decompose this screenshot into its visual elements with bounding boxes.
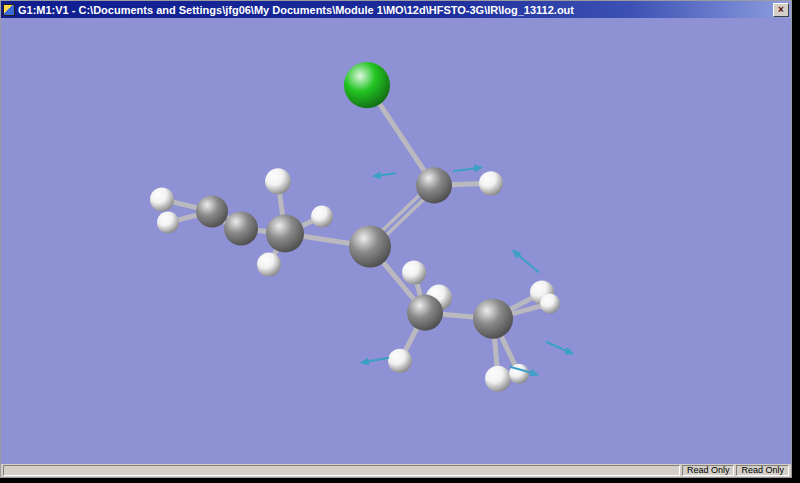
- atom-C[interactable]: [196, 195, 228, 227]
- atom-C[interactable]: [407, 295, 443, 331]
- atom-H[interactable]: [388, 349, 412, 373]
- displacement-arrow: [373, 173, 396, 176]
- app-window: G1:M1:V1 - C:\Documents and Settings\jfg…: [0, 0, 792, 478]
- atom-H[interactable]: [540, 294, 560, 314]
- displacement-arrow: [361, 358, 389, 363]
- atom-C[interactable]: [349, 225, 391, 267]
- status-readonly-1: Read Only: [682, 465, 735, 476]
- atom-H[interactable]: [311, 205, 333, 227]
- atom-C[interactable]: [473, 299, 513, 339]
- atom-H[interactable]: [257, 253, 281, 277]
- molecule-canvas[interactable]: [1, 18, 791, 464]
- atom-H[interactable]: [479, 171, 503, 195]
- atom-C[interactable]: [266, 214, 304, 252]
- atom-H[interactable]: [485, 366, 511, 392]
- atom-Cl[interactable]: [344, 62, 390, 108]
- displacement-arrow: [513, 251, 539, 273]
- atom-C[interactable]: [224, 211, 258, 245]
- status-message-panel: [3, 465, 680, 476]
- titlebar[interactable]: G1:M1:V1 - C:\Documents and Settings\jfg…: [1, 1, 791, 18]
- atom-H[interactable]: [402, 261, 426, 285]
- atom-H[interactable]: [157, 211, 179, 233]
- atom-H[interactable]: [265, 168, 291, 194]
- statusbar: Read Only Read Only: [1, 464, 791, 477]
- status-readonly-2: Read Only: [736, 465, 789, 476]
- displacement-arrow: [546, 342, 573, 354]
- app-icon: [3, 4, 15, 16]
- atom-C[interactable]: [416, 167, 452, 203]
- atom-H[interactable]: [150, 187, 174, 211]
- window-title: G1:M1:V1 - C:\Documents and Settings\jfg…: [18, 4, 770, 16]
- displacement-arrow: [453, 167, 482, 171]
- molecule-viewport: [1, 18, 791, 464]
- close-button[interactable]: ×: [773, 3, 789, 17]
